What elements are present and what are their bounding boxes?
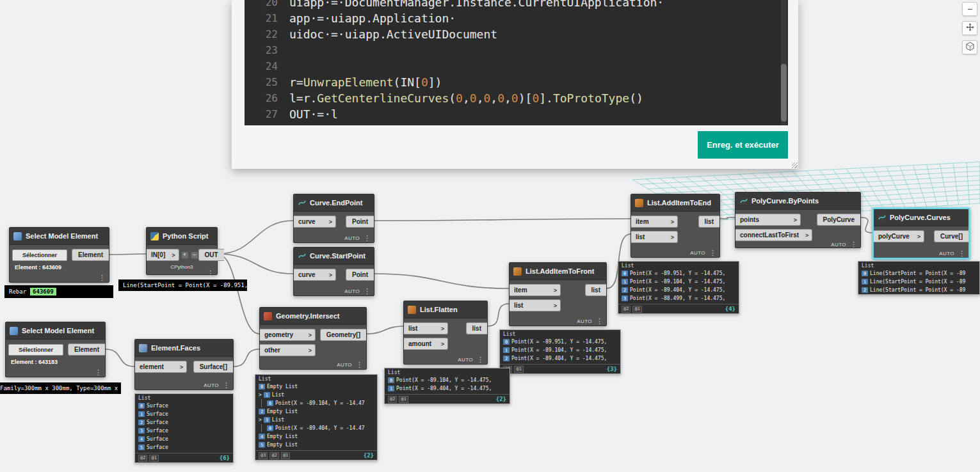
input-port-points[interactable]: points> xyxy=(735,214,801,226)
input-port-item[interactable]: item> xyxy=(510,284,561,296)
context-menu-icon[interactable]: ⋮ xyxy=(95,369,102,375)
node-polycurve-curves[interactable]: PolyCurve.CurvespolyCurve>Curve[]AUTO⋮ xyxy=(872,208,970,259)
output-port-Point[interactable]: Point xyxy=(346,216,374,228)
preview-row: 5Empty List xyxy=(255,441,377,449)
node-title: Select Model Element xyxy=(22,327,94,334)
select-button[interactable]: Sélectionner xyxy=(8,344,63,356)
level-tag[interactable]: @1 xyxy=(281,452,290,459)
context-menu-icon[interactable]: ⋮ xyxy=(364,288,371,294)
context-menu-icon[interactable]: ⋮ xyxy=(223,382,230,388)
input-port-polyCurve[interactable]: polyCurve> xyxy=(874,230,924,242)
node-polycurve-bypoints[interactable]: PolyCurve.ByPointspoints>PolyCurveconnec… xyxy=(735,192,861,248)
chevron-right-icon: > xyxy=(917,233,920,240)
orbit-button[interactable] xyxy=(962,40,977,54)
chevron-right-icon: > xyxy=(180,364,183,370)
output-port-list[interactable]: list xyxy=(585,284,606,296)
preview-row: 5Surface xyxy=(135,443,233,452)
item-count: {2} xyxy=(364,452,374,459)
code-text: l=r.GetCenterlineCurves(0,0,0,0,0)[0].To… xyxy=(289,91,643,105)
node-select-model-element-2[interactable]: Select Model ElementSélectionnerElementE… xyxy=(5,322,106,377)
input-port-curve[interactable]: curve> xyxy=(294,216,336,228)
index-badge: 2 xyxy=(622,287,628,293)
context-menu-icon[interactable]: ⋮ xyxy=(850,241,857,248)
input-port-curve[interactable]: curve> xyxy=(294,269,336,281)
output-port-Element[interactable]: Element xyxy=(68,343,105,356)
output-port-OUT[interactable]: OUT xyxy=(198,249,224,261)
context-menu-icon[interactable]: ⋮ xyxy=(596,318,603,324)
context-menu-icon[interactable]: ⋮ xyxy=(477,356,484,363)
level-tag[interactable]: @1 xyxy=(632,306,641,313)
code-text: r=UnwrapElement(IN[0]) xyxy=(289,75,442,89)
output-port-PolyCurve[interactable]: PolyCurve xyxy=(817,214,860,226)
resize-grip[interactable] xyxy=(792,162,798,168)
output-port-Curve[][interactable]: Curve[] xyxy=(934,230,968,242)
remove-input-button[interactable]: − xyxy=(191,251,198,259)
row-left: list> xyxy=(510,299,561,311)
level-tag[interactable]: @2 xyxy=(388,396,397,403)
input-port-other[interactable]: other> xyxy=(260,344,316,356)
expander-icon[interactable]: > xyxy=(259,392,262,398)
context-menu-icon[interactable]: ⋮ xyxy=(709,249,716,256)
context-menu-icon[interactable]: ⋮ xyxy=(207,270,214,276)
output-port-Surface[][interactable]: Surface[] xyxy=(193,361,233,373)
node-curve-endpoint[interactable]: Curve.EndPointcurve>PointAUTO⋮ xyxy=(293,194,374,243)
input-port-list[interactable]: list> xyxy=(404,322,448,334)
preview-bubble: List0Point(X = -89.951, Y = -14.475,1Poi… xyxy=(618,261,739,314)
geometry-icon xyxy=(264,312,272,320)
node-title: Element.Faces xyxy=(151,344,200,352)
node-list-flatten[interactable]: List.Flattenlist>listamount>AUTO⋮ xyxy=(403,301,488,365)
level-tag[interactable]: @2 xyxy=(269,452,278,459)
port-row: geometry>Geometry[] xyxy=(260,329,366,341)
row-left: item> xyxy=(510,284,561,296)
input-port-list[interactable]: list> xyxy=(510,299,561,311)
editor-scrollbar-thumb[interactable] xyxy=(781,64,787,122)
editor-scrollbar[interactable] xyxy=(781,0,787,125)
input-port-list[interactable]: list> xyxy=(631,231,678,243)
node-footer: AUTO⋮ xyxy=(135,382,233,389)
select-button[interactable]: Sélectionner xyxy=(12,249,67,261)
node-list-additemtoend[interactable]: List.AddItemToEnditem>listlist>AUTO⋮ xyxy=(631,194,720,258)
save-and-run-button[interactable]: Enreg. et exécuter xyxy=(698,131,788,159)
index-badge: 2 xyxy=(862,287,868,293)
expander-icon[interactable]: > xyxy=(259,417,262,423)
node-element-faces[interactable]: Element.Faceselement>Surface[]AUTO⋮ xyxy=(134,339,234,390)
node-geometry-intersect[interactable]: Geometry.Intersectgeometry>Geometry[]oth… xyxy=(259,307,367,370)
node-curve-startpoint[interactable]: Curve.StartPointcurve>PointAUTO⋮ xyxy=(293,247,374,296)
output-port-Element[interactable]: Element xyxy=(72,249,109,261)
level-tag[interactable]: @2 xyxy=(138,455,147,462)
context-menu-icon[interactable]: ⋮ xyxy=(99,274,106,281)
row-left: Sélectionner xyxy=(10,249,67,261)
add-input-button[interactable]: + xyxy=(181,251,189,259)
view-controls: − xyxy=(962,2,977,54)
input-port-geometry[interactable]: geometry> xyxy=(260,329,316,341)
output-port-Geometry[][interactable]: Geometry[] xyxy=(320,329,366,341)
pan-button[interactable] xyxy=(962,21,977,35)
level-tag[interactable]: @2 xyxy=(622,306,631,313)
node-python-script[interactable]: Python ScriptIN[0]>+−OUTCPython3⋮ xyxy=(146,227,218,275)
tooltip-text: Rebar xyxy=(9,288,26,295)
lacing-label: AUTO xyxy=(344,235,360,241)
port-row: curve>Point xyxy=(294,269,374,281)
node-header: Python Script xyxy=(147,228,217,245)
level-tag[interactable]: @1 xyxy=(514,366,523,373)
row-left: item> xyxy=(631,216,678,228)
tooltip: Rebar643609 xyxy=(4,285,113,298)
input-port-element[interactable]: element> xyxy=(135,361,187,373)
context-menu-icon[interactable]: ⋮ xyxy=(356,361,363,368)
output-port-list[interactable]: list xyxy=(466,322,487,334)
input-port-connectLastToFirst[interactable]: connectLastToFirst> xyxy=(735,229,812,241)
output-port-list[interactable]: list xyxy=(698,216,719,228)
input-port-amount[interactable]: amount> xyxy=(404,338,448,350)
level-tag[interactable]: @1 xyxy=(399,396,408,403)
input-port-item[interactable]: item> xyxy=(631,216,678,228)
node-list-additemtofront[interactable]: List.AddItemToFrontitem>listlist>AUTO⋮ xyxy=(509,262,607,326)
context-menu-icon[interactable]: ⋮ xyxy=(364,235,371,241)
context-menu-icon[interactable]: ⋮ xyxy=(958,250,965,256)
output-port-Point[interactable]: Point xyxy=(346,269,374,281)
collapse-button[interactable]: − xyxy=(962,2,977,16)
node-select-model-element-1[interactable]: Select Model ElementSélectionnerElementE… xyxy=(9,227,109,283)
level-tag[interactable]: @3 xyxy=(259,452,268,459)
code-editor[interactable]: 20uiapp·=·DocumentManager.Instance.Curre… xyxy=(245,0,788,125)
level-tag[interactable]: @1 xyxy=(149,455,158,462)
input-port-IN[0][interactable]: IN[0]> xyxy=(147,249,179,261)
